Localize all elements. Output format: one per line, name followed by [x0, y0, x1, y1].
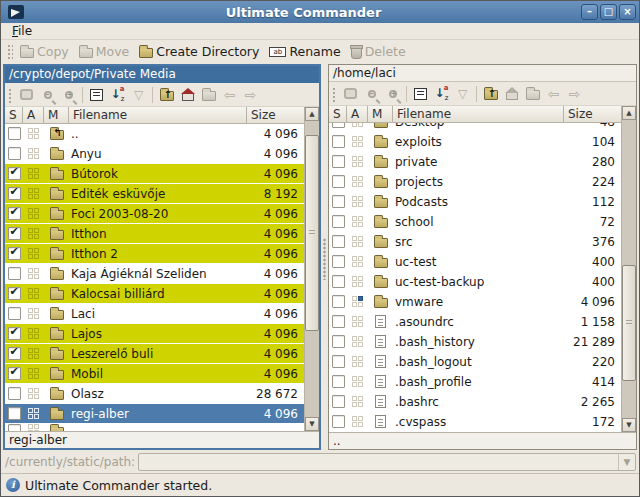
select-checkbox[interactable]: ✔	[332, 235, 345, 248]
select-checkbox[interactable]: ✔	[8, 167, 21, 180]
static-path-input[interactable]	[139, 454, 618, 470]
table-row[interactable]: ✔ Olasz 28 672	[5, 384, 304, 404]
select-checkbox[interactable]: ✔	[332, 375, 345, 388]
scroll-down-icon[interactable]: ▼	[622, 418, 636, 432]
select-checkbox[interactable]: ✔	[8, 187, 21, 200]
filter-icon[interactable]: ▽	[128, 85, 149, 105]
select-checkbox[interactable]: ✔	[8, 287, 21, 300]
table-row[interactable]: ✔ vmware 4 096	[329, 292, 621, 312]
move-button[interactable]: Move	[75, 42, 136, 61]
column-header-size[interactable]: Size	[247, 107, 304, 123]
table-row[interactable]: ✔ exploits 104	[329, 132, 621, 152]
minimize-button[interactable]: –	[581, 4, 598, 20]
select-checkbox[interactable]: ✔	[332, 123, 345, 128]
column-header-a[interactable]: A	[23, 107, 44, 123]
toolbar-drag-handle[interactable]	[6, 43, 13, 60]
select-checkbox[interactable]: ✔	[332, 395, 345, 408]
select-checkbox[interactable]: ✔	[332, 175, 345, 188]
table-row[interactable]: ✔	[5, 424, 304, 431]
select-checkbox[interactable]: ✔	[8, 267, 21, 280]
zoom-in-icon[interactable]: +	[382, 84, 403, 104]
right-pane-path[interactable]: /home/laci	[329, 65, 636, 82]
table-row[interactable]: ✔ Foci 2003-08-20 4 096	[5, 204, 304, 224]
select-checkbox[interactable]: ✔	[332, 135, 345, 148]
table-row[interactable]: ✔ Itthon 2 4 096	[5, 244, 304, 264]
column-header-filename[interactable]: Filename	[69, 107, 247, 123]
select-checkbox[interactable]: ✔	[332, 215, 345, 228]
column-header-a[interactable]: A	[347, 106, 368, 122]
select-checkbox[interactable]: ✔	[332, 155, 345, 168]
forward-icon[interactable]: ⇨	[564, 84, 585, 104]
table-row[interactable]: ✔ .bashrc 2 265	[329, 392, 621, 412]
table-row[interactable]: ✔ Editék esküvője 8 192	[5, 184, 304, 204]
table-row[interactable]: ✔ .bash_profile 414	[329, 372, 621, 392]
select-checkbox[interactable]: ✔	[332, 195, 345, 208]
table-row[interactable]: ✔ uc-test 400	[329, 252, 621, 272]
table-row[interactable]: ✔ school 72	[329, 212, 621, 232]
pane-splitter[interactable]	[321, 64, 328, 450]
scroll-up-icon[interactable]: ▲	[305, 107, 319, 121]
back-icon[interactable]: ⇦	[219, 85, 240, 105]
select-checkbox[interactable]: ✔	[8, 307, 21, 320]
close-button[interactable]: ×	[619, 4, 636, 20]
rename-button[interactable]: ab Rename	[265, 42, 346, 61]
image-view-icon[interactable]	[340, 84, 361, 104]
table-row[interactable]: ✔ Bútorok 4 096	[5, 164, 304, 184]
table-row[interactable]: ✔ .bash_history 21 289	[329, 332, 621, 352]
copy-button[interactable]: Copy	[16, 42, 75, 61]
home-icon[interactable]	[501, 84, 522, 104]
table-row[interactable]: ✔ Anyu 4 096	[5, 144, 304, 164]
table-row[interactable]: ✔ Kaja Ágiéknál Szeliden 4 096	[5, 264, 304, 284]
zoom-in-icon[interactable]: +	[58, 85, 79, 105]
select-checkbox[interactable]: ✔	[332, 255, 345, 268]
table-row[interactable]: ✔ private 280	[329, 152, 621, 172]
delete-button[interactable]: Delete	[347, 42, 412, 61]
create-directory-button[interactable]: Create Directory	[135, 42, 265, 61]
open-folder-icon[interactable]	[198, 85, 219, 105]
maximize-button[interactable]: □	[600, 4, 617, 20]
table-row[interactable]: ✔ Itthon 4 096	[5, 224, 304, 244]
select-checkbox[interactable]: ✔	[332, 355, 345, 368]
table-row[interactable]: ✔ .cvspass 172	[329, 412, 621, 432]
select-checkbox[interactable]: ✔	[8, 127, 21, 140]
select-checkbox[interactable]: ✔	[8, 367, 21, 380]
up-directory-icon[interactable]: ↑	[156, 85, 177, 105]
left-scrollbar[interactable]: ▲ ▼	[304, 107, 319, 431]
select-checkbox[interactable]: ✔	[8, 387, 21, 400]
select-checkbox[interactable]: ✔	[8, 227, 21, 240]
column-header-s[interactable]: S	[5, 107, 23, 123]
table-row[interactable]: ✔ Mobil 4 096	[5, 364, 304, 384]
scrollbar-trough[interactable]	[622, 120, 636, 418]
column-header-m[interactable]: M	[368, 106, 393, 122]
table-row[interactable]: ✔ Leszerelő buli 4 096	[5, 344, 304, 364]
open-folder-icon[interactable]	[522, 84, 543, 104]
scroll-up-icon[interactable]: ▲	[622, 106, 636, 120]
select-checkbox[interactable]: ✔	[332, 295, 345, 308]
pane-toolbar-drag-handle[interactable]	[7, 87, 13, 103]
zoom-out-icon[interactable]: –	[361, 84, 382, 104]
up-directory-icon[interactable]: ↑	[480, 84, 501, 104]
table-row[interactable]: ✔ Kalocsai billiárd 4 096	[5, 284, 304, 304]
select-checkbox[interactable]: ✔	[332, 275, 345, 288]
select-checkbox[interactable]: ✔	[8, 207, 21, 220]
table-row[interactable]: ✔ .. 4 096	[5, 124, 304, 144]
scroll-down-icon[interactable]: ▼	[305, 417, 319, 431]
left-pane-path[interactable]: /crypto/depot/Private Media	[5, 66, 319, 83]
image-view-icon[interactable]	[16, 85, 37, 105]
scrollbar-thumb[interactable]	[622, 265, 636, 381]
menu-file[interactable]: File	[5, 23, 39, 39]
back-icon[interactable]: ⇦	[543, 84, 564, 104]
right-scrollbar[interactable]: ▲ ▼	[621, 106, 636, 432]
column-header-size[interactable]: Size	[564, 106, 621, 122]
static-path-combo[interactable]: ▼	[138, 453, 636, 471]
sort-az-icon[interactable]: ↓az	[107, 85, 128, 105]
home-icon[interactable]	[177, 85, 198, 105]
list-view-icon[interactable]	[86, 85, 107, 105]
table-row[interactable]: ✔ .asoundrc 1 158	[329, 312, 621, 332]
table-row[interactable]: ✔ src 376	[329, 232, 621, 252]
column-header-m[interactable]: M	[44, 107, 69, 123]
chevron-down-icon[interactable]: ▼	[618, 454, 635, 470]
select-checkbox[interactable]: ✔	[332, 315, 345, 328]
forward-icon[interactable]: ⇨	[240, 85, 261, 105]
select-checkbox[interactable]: ✔	[332, 335, 345, 348]
